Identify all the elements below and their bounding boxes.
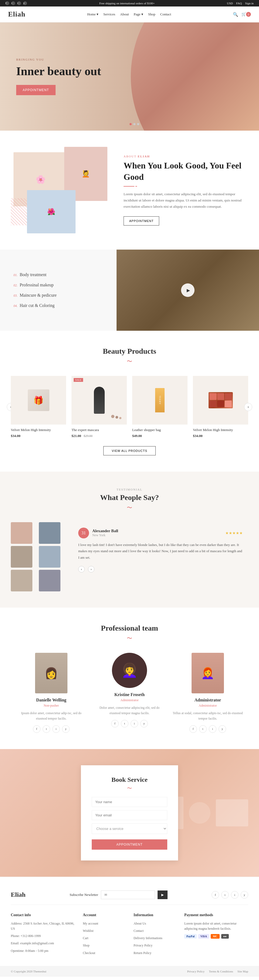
about-cta-button[interactable]: APPOINTMENT xyxy=(123,216,159,226)
newsletter-input[interactable] xyxy=(101,891,155,899)
hero-cta-button[interactable]: APPOINTMENT xyxy=(16,85,55,95)
main-nav: Home ▾ Services About Page ▾ Shop Contac… xyxy=(87,12,171,16)
footer-bottom-links: Privacy Policy Terms & Conditions Site M… xyxy=(187,970,248,973)
product-card-1: 🎁 Velvet Melon High Intensity $34.00 xyxy=(11,376,66,438)
nav-contact[interactable]: Contact xyxy=(160,12,171,16)
hero-dot-1[interactable] xyxy=(130,123,132,125)
team-photo-3: 👩‍🦰 xyxy=(191,653,224,694)
header-icons: 🔍 🛒0 xyxy=(233,12,251,17)
about-images: 🌸 💆 🌺 xyxy=(11,147,113,233)
privacy-link[interactable]: Privacy Policy xyxy=(187,970,204,973)
facebook-btn-1[interactable]: f xyxy=(33,725,41,733)
nav-shop[interactable]: Shop xyxy=(148,12,155,16)
currency[interactable]: USD xyxy=(227,2,233,5)
logo[interactable]: Eliah xyxy=(8,10,25,18)
instagram-btn-2[interactable]: i xyxy=(131,720,138,727)
social-icons-top: f t i y xyxy=(5,2,27,5)
product-price-4: $34.00 xyxy=(193,434,248,438)
book-appointment-button[interactable]: APPOINTMENT xyxy=(92,839,167,850)
twitter-btn-2[interactable]: t xyxy=(121,720,128,727)
footer-instagram-icon[interactable]: i xyxy=(231,891,238,899)
serum-bottle-icon: TEERY xyxy=(155,388,164,412)
instagram-btn-1[interactable]: i xyxy=(52,725,60,733)
footer-information-col: Information About Us Contact Delivery In… xyxy=(134,913,176,958)
account-link-3[interactable]: Cart xyxy=(83,935,125,941)
nav-home[interactable]: Home ▾ xyxy=(87,12,98,16)
hero-dot-2[interactable] xyxy=(133,123,136,125)
about-content: ABOUT ELIAH When You Look Good, You Feel… xyxy=(123,155,248,225)
book-email-input[interactable] xyxy=(92,810,167,820)
view-all-products-button[interactable]: VIEW ALL PRODUCTS xyxy=(103,446,156,455)
youtube-btn-3[interactable]: y xyxy=(218,725,226,733)
account-link-5[interactable]: Checkout xyxy=(83,951,125,956)
search-icon[interactable]: 🔍 xyxy=(233,12,238,17)
youtube-icon[interactable]: y xyxy=(23,2,27,5)
footer-youtube-icon[interactable]: y xyxy=(241,891,248,899)
account-link-1[interactable]: My account xyxy=(83,921,125,926)
review-text: I love my lash tint! I don't have extrem… xyxy=(78,542,243,561)
footer-newsletter: Subscribe Newletter ▶ xyxy=(69,891,167,899)
footer-account-col: Account My account Wishlist Cart Shop Ch… xyxy=(83,913,125,958)
footer-top: Eliah Subscribe Newletter ▶ f t i y Cont… xyxy=(0,877,259,966)
about-label: ABOUT ELIAH xyxy=(123,155,248,158)
twitter-btn-3[interactable]: t xyxy=(199,725,207,733)
facebook-btn-2[interactable]: f xyxy=(111,720,119,727)
info-link-5[interactable]: Return Policy xyxy=(134,951,176,956)
ornament-icon: 〜 xyxy=(127,358,132,365)
terms-link[interactable]: Terms & Conditions xyxy=(209,970,233,973)
avatar-5[interactable] xyxy=(11,570,32,592)
payment-desc: Lorem ipsum dolor sit amet, consectetur … xyxy=(184,921,248,931)
avatar-1[interactable] xyxy=(11,522,32,544)
play-button[interactable] xyxy=(181,283,194,297)
instagram-btn-3[interactable]: i xyxy=(209,725,216,733)
newsletter-submit[interactable]: ▶ xyxy=(158,891,167,899)
reviewer-avatars xyxy=(11,522,65,592)
service-item-4: 04.Hair cut & Coloring xyxy=(14,303,103,308)
nav-about[interactable]: About xyxy=(120,12,129,16)
signin-link[interactable]: Sign in xyxy=(245,2,254,5)
contact-col-title: Contact info xyxy=(11,913,75,917)
instagram-icon[interactable]: i xyxy=(17,2,21,5)
account-link-2[interactable]: Wishlist xyxy=(83,928,125,934)
avatar-4[interactable] xyxy=(39,546,60,568)
twitter-btn-1[interactable]: t xyxy=(43,725,50,733)
nav-services[interactable]: Services xyxy=(103,12,115,16)
hero-dot-3[interactable] xyxy=(137,123,139,125)
info-link-2[interactable]: Contact xyxy=(134,928,176,934)
info-link-4[interactable]: Privacy Policy xyxy=(134,943,176,948)
facebook-icon[interactable]: f xyxy=(5,2,9,5)
about-text: Lorem ipsum dolor sit amet, consectetur … xyxy=(123,191,248,210)
info-link-3[interactable]: Delivery Informations xyxy=(134,935,176,941)
footer-facebook-icon[interactable]: f xyxy=(212,891,219,899)
gift-box-icon: 🎁 xyxy=(28,390,49,411)
account-link-4[interactable]: Shop xyxy=(83,943,125,948)
footer-brand-row: Eliah Subscribe Newletter ▶ f t i y xyxy=(11,891,248,905)
facebook-btn-3[interactable]: f xyxy=(190,725,197,733)
about-divider xyxy=(123,186,134,186)
book-name-input[interactable] xyxy=(92,797,167,807)
cart-icon[interactable]: 🛒0 xyxy=(242,12,251,17)
service-item-3: 03.Maincure & pedicure xyxy=(14,293,103,298)
testimonial-prev-button[interactable]: ‹ xyxy=(78,566,85,573)
products-grid: ‹ 🎁 Velvet Melon High Intensity $34.00 s… xyxy=(11,376,248,438)
nav-page[interactable]: Page ▾ xyxy=(134,12,144,16)
twitter-icon[interactable]: t xyxy=(11,2,15,5)
youtube-btn-1[interactable]: y xyxy=(62,725,69,733)
book-service-select[interactable]: Choose a service xyxy=(92,823,167,834)
info-link-1[interactable]: About Us xyxy=(134,921,176,926)
product-price-1: $34.00 xyxy=(11,434,66,438)
team-social-3: f t i y xyxy=(173,725,243,733)
avatar-3[interactable] xyxy=(11,546,32,568)
testimonial-next-button[interactable]: › xyxy=(88,566,95,573)
youtube-btn-2[interactable]: y xyxy=(140,720,148,727)
faq-link[interactable]: FAQ xyxy=(236,2,242,5)
sitemap-link[interactable]: Site Map xyxy=(237,970,248,973)
team-photo-2: 👩‍🦱 xyxy=(112,653,147,688)
bg-item-2 xyxy=(189,802,210,824)
footer-twitter-icon[interactable]: t xyxy=(221,891,229,899)
avatar-2[interactable] xyxy=(39,522,60,544)
team-social-2: f t i y xyxy=(95,720,164,727)
service-num-4: 04. xyxy=(14,304,17,308)
carousel-next-button[interactable]: › xyxy=(244,403,252,411)
avatar-6[interactable] xyxy=(39,570,60,592)
